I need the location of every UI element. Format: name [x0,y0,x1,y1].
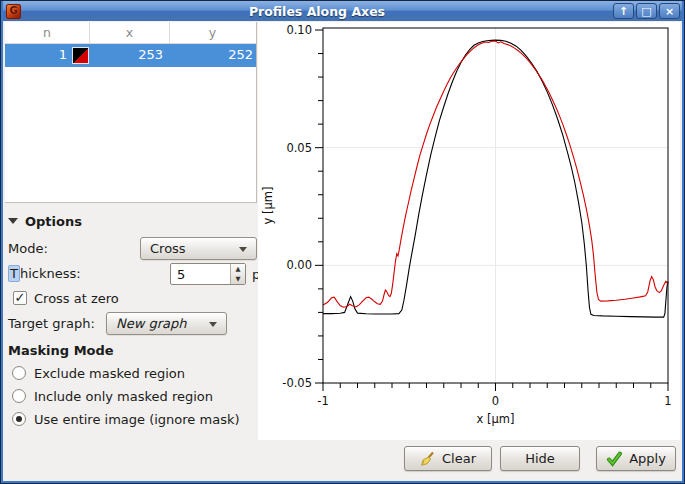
svg-text:0.10: 0.10 [286,23,312,37]
broom-icon [420,451,436,467]
svg-text:0.05: 0.05 [286,141,312,155]
check-icon [606,451,623,467]
radio-exclude-masked-label: Exclude masked region [34,366,185,381]
svg-text:1: 1 [664,394,671,408]
radio-use-entire-image-label: Use entire image (ignore mask) [34,412,240,427]
cross-at-zero-checkbox[interactable]: ✓ [13,291,27,305]
thickness-spinbutton[interactable]: 5 ▲ ▼ [170,263,246,285]
row-y-value: 252 [175,47,253,62]
mode-label: Mode: [8,241,48,256]
profiles-along-axes-dialog: G Profiles Along Axes ↑ □ × n x y 1 253 … [0,0,685,484]
shade-window-button[interactable]: ↑ [613,3,634,19]
radio-dot-icon [16,416,22,422]
svg-text:x [µm]: x [µm] [477,412,515,426]
thickness-label: Thickness: [8,266,81,281]
window-title: Profiles Along Axes [21,4,613,19]
table-row[interactable]: 1 253 252 [5,44,256,67]
dropdown-arrow-icon [239,247,247,256]
maximize-button[interactable]: □ [636,3,657,19]
column-header-n[interactable]: n [5,22,90,43]
row-x-value: 253 [95,47,163,62]
apply-button-label: Apply [629,451,666,466]
radio-exclude-masked[interactable] [12,366,26,380]
profile-graph-panel[interactable]: -1010.100.050.00-0.05x [µm]y [µm] [258,22,680,440]
thickness-value[interactable]: 5 [171,264,230,284]
mode-dropdown[interactable]: Cross [140,237,257,260]
svg-text:0: 0 [492,394,499,408]
thickness-label-selection: T [8,265,20,282]
radio-include-masked-label: Include only masked region [34,389,213,404]
svg-text:-1: -1 [317,394,328,408]
options-expander[interactable]: Options [8,213,82,229]
profile-color-swatch-icon [72,47,89,64]
profiles-list-header: n x y [5,22,256,44]
masking-mode-title: Masking Mode [8,343,114,358]
column-header-x[interactable]: x [90,22,170,43]
clear-button-label: Clear [442,451,476,466]
target-graph-value: New graph [116,316,187,331]
clear-button[interactable]: Clear [404,446,492,471]
apply-button[interactable]: Apply [596,446,676,471]
target-graph-dropdown[interactable]: New graph [106,312,227,335]
title-bar[interactable]: G Profiles Along Axes ↑ □ × [3,1,682,21]
app-icon[interactable]: G [6,4,21,19]
spin-down-button[interactable]: ▼ [231,274,245,284]
profile-plot[interactable]: -1010.100.050.00-0.05x [µm]y [µm] [258,22,680,440]
mode-dropdown-value: Cross [150,241,186,256]
target-graph-label: Target graph: [8,316,95,331]
close-button[interactable]: × [659,3,680,19]
profiles-list: n x y 1 253 252 [5,22,257,203]
options-section-label: Options [25,214,82,229]
radio-include-masked[interactable] [12,389,26,403]
hide-button-label: Hide [525,451,555,466]
dropdown-arrow-icon [209,322,217,331]
cross-at-zero-label: Cross at zero [34,291,119,306]
expander-arrow-icon [8,218,18,229]
row-index: 1 [5,47,67,62]
svg-text:0.00: 0.00 [286,258,312,272]
spin-up-button[interactable]: ▲ [231,264,245,274]
hide-button[interactable]: Hide [500,446,580,471]
column-header-y[interactable]: y [170,22,255,43]
svg-text:y [µm]: y [µm] [261,187,275,225]
radio-use-entire-image[interactable] [12,412,26,426]
svg-text:-0.05: -0.05 [282,376,312,390]
